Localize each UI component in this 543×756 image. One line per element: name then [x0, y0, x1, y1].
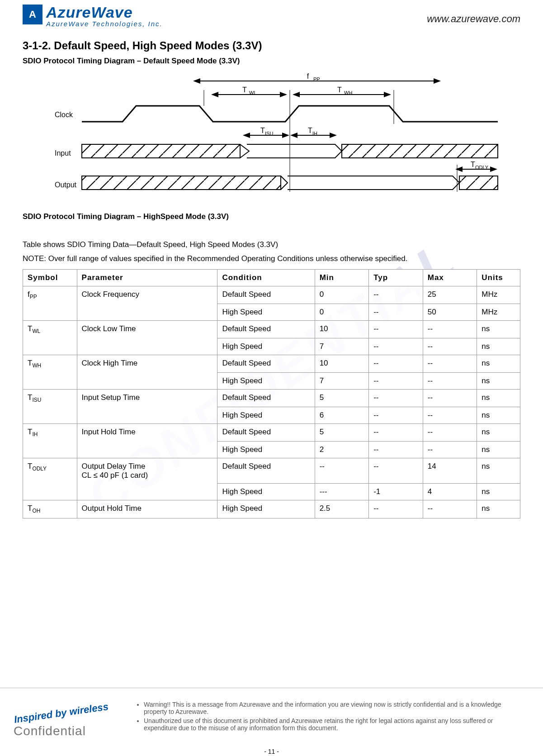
table-cell: -- [369, 286, 423, 304]
label-input: Input [55, 149, 71, 157]
table-row: High Speed6----ns [23, 407, 520, 423]
logo-block: A AzureWave AzureWave Technologies, Inc. [23, 5, 163, 28]
table-cell: ns [477, 500, 520, 518]
site-url: www.azurewave.com [427, 13, 520, 28]
th-min: Min [315, 270, 369, 286]
svg-text:IH: IH [312, 131, 317, 136]
table-row: TOHOutput Hold TimeHigh Speed2.5----ns [23, 500, 520, 518]
page-header: A AzureWave AzureWave Technologies, Inc.… [23, 5, 520, 28]
table-cell: MHz [477, 304, 520, 321]
table-cell: Default Speed [217, 390, 315, 407]
table-cell: Clock High Time [77, 355, 217, 373]
table-cell: -- [369, 441, 423, 458]
table-row: TISUInput Setup TimeDefault Speed5----ns [23, 390, 520, 407]
table-cell: 2.5 [315, 500, 369, 518]
table-cell: Input Hold Time [77, 423, 217, 441]
svg-rect-19 [342, 144, 498, 158]
timing-table: Symbol Parameter Condition Min Typ Max U… [23, 269, 520, 518]
table-cell [23, 441, 77, 458]
th-symbol: Symbol [23, 270, 77, 286]
table-cell: ns [477, 407, 520, 423]
table-cell: Clock Low Time [77, 321, 217, 338]
table-cell: 25 [423, 286, 477, 304]
table-cell [23, 407, 77, 423]
table-cell: -- [369, 304, 423, 321]
table-cell [77, 304, 217, 321]
table-cell: 5 [315, 423, 369, 441]
table-cell: -- [369, 355, 423, 373]
table-cell: 5 [315, 390, 369, 407]
svg-text:ODLY: ODLY [475, 165, 489, 170]
table-cell: Output Hold Time [77, 500, 217, 518]
table-cell: -- [423, 500, 477, 518]
table-cell: Default Speed [217, 286, 315, 304]
table-cell: ns [477, 338, 520, 355]
table-cell: High Speed [217, 484, 315, 500]
table-cell: -1 [369, 484, 423, 500]
table-cell: TOH [23, 500, 77, 518]
th-max: Max [423, 270, 477, 286]
table-intro: Table shows SDIO Timing Data—Default Spe… [23, 238, 520, 251]
table-cell: ns [477, 390, 520, 407]
table-cell: ns [477, 484, 520, 500]
table-cell: -- [423, 373, 477, 390]
table-cell: Input Setup Time [77, 390, 217, 407]
table-row: High Speed7----ns [23, 373, 520, 390]
table-cell: TODLY [23, 458, 77, 484]
table-cell: 7 [315, 338, 369, 355]
table-row: High Speed2----ns [23, 441, 520, 458]
table-cell: 0 [315, 286, 369, 304]
section-heading: 3-1-2. Default Speed, High Speed Modes (… [23, 39, 520, 52]
table-cell: -- [369, 338, 423, 355]
page-footer: Inspired by wireless Confidential Warnin… [0, 688, 543, 756]
table-cell: TWH [23, 355, 77, 373]
table-row: High Speed7----ns [23, 338, 520, 355]
table-row: TODLYOutput Delay TimeCL ≤ 40 pF (1 card… [23, 458, 520, 484]
table-row: TIHInput Hold TimeDefault Speed5----ns [23, 423, 520, 441]
table-cell: TIH [23, 423, 77, 441]
th-typ: Typ [369, 270, 423, 286]
table-cell [23, 338, 77, 355]
table-cell: 10 [315, 355, 369, 373]
table-cell: -- [423, 441, 477, 458]
th-parameter: Parameter [77, 270, 217, 286]
table-cell: --- [315, 484, 369, 500]
table-cell: High Speed [217, 500, 315, 518]
table-row: TWLClock Low TimeDefault Speed10----ns [23, 321, 520, 338]
table-cell: 10 [315, 321, 369, 338]
table-cell: -- [423, 423, 477, 441]
svg-text:T: T [260, 127, 265, 134]
table-cell: Default Speed [217, 458, 315, 484]
table-cell: -- [315, 458, 369, 484]
table-cell [77, 373, 217, 390]
table-cell: 2 [315, 441, 369, 458]
table-cell: ns [477, 423, 520, 441]
svg-text:T: T [308, 127, 312, 134]
table-cell: Clock Frequency [77, 286, 217, 304]
page-number: - 11 - [264, 748, 279, 755]
table-cell [23, 373, 77, 390]
table-cell [77, 338, 217, 355]
table-cell: ns [477, 441, 520, 458]
table-cell: TISU [23, 390, 77, 407]
svg-text:T: T [337, 86, 342, 94]
table-cell: -- [423, 355, 477, 373]
table-cell: High Speed [217, 338, 315, 355]
svg-rect-24 [82, 176, 281, 190]
table-cell [23, 304, 77, 321]
table-cell: Output Delay TimeCL ≤ 40 pF (1 card) [77, 458, 217, 484]
table-cell [77, 441, 217, 458]
table-cell: fPP [23, 286, 77, 304]
svg-text:f: f [307, 72, 309, 80]
table-cell [77, 407, 217, 423]
svg-text:WH: WH [344, 90, 352, 95]
logo-subtext: AzureWave Technologies, Inc. [46, 20, 163, 28]
label-output: Output [55, 181, 77, 189]
table-cell: 14 [423, 458, 477, 484]
label-clock: Clock [55, 111, 73, 119]
svg-text:T: T [471, 161, 475, 168]
table-cell: -- [369, 373, 423, 390]
table-cell [23, 484, 77, 500]
table-cell: High Speed [217, 407, 315, 423]
table-cell: Default Speed [217, 423, 315, 441]
